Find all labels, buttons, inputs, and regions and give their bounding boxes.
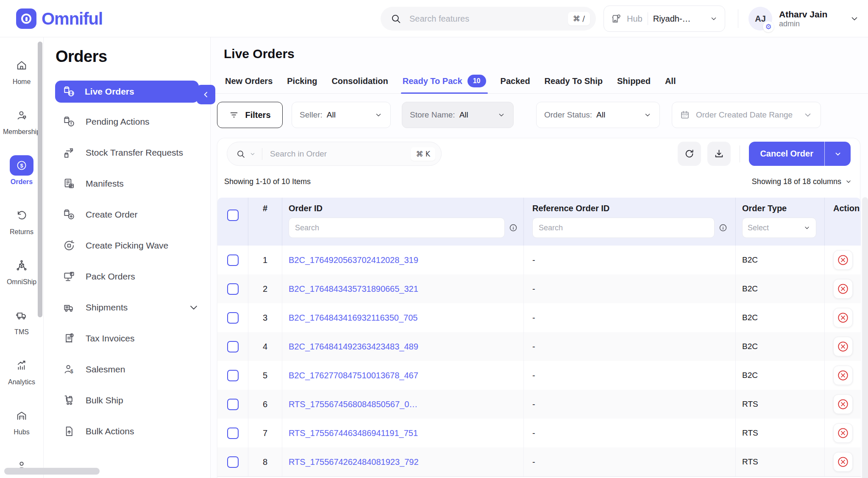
info-icon[interactable] xyxy=(718,223,728,232)
cancel-row-button[interactable] xyxy=(833,337,853,356)
cancel-order-button[interactable]: Cancel Order xyxy=(749,142,824,166)
sidebar-item-shipments[interactable]: Shipments xyxy=(44,292,210,323)
search-features-input[interactable] xyxy=(409,14,568,24)
row-checkbox[interactable] xyxy=(227,456,239,468)
tax-invoice-icon xyxy=(63,332,75,345)
user-menu[interactable]: AJ ⚙ Atharv Jain admin xyxy=(748,6,860,31)
order-id-link[interactable]: B2C_1764843435731890665_321 xyxy=(289,284,418,294)
info-icon[interactable] xyxy=(509,223,518,232)
sidebar-item-live-orders[interactable]: Live Orders xyxy=(55,81,199,103)
tab-ready-to-ship[interactable]: Ready To Ship xyxy=(545,75,603,93)
cancel-circle-icon xyxy=(837,340,849,353)
sidebar-item-create-picking-wave[interactable]: Create Picking Wave xyxy=(44,230,210,261)
cancel-row-button[interactable] xyxy=(833,250,853,270)
select-all-checkbox[interactable] xyxy=(227,210,239,221)
seller-filter-dropdown[interactable]: Seller: All xyxy=(292,102,391,128)
tab-consolidation[interactable]: Consolidation xyxy=(331,75,388,93)
order-type: B2C xyxy=(736,332,825,361)
order-status-filter-dropdown[interactable]: Order Status: All xyxy=(536,102,660,128)
row-checkbox[interactable] xyxy=(227,283,239,295)
tab-ready-to-pack[interactable]: Ready To Pack 10 xyxy=(403,75,486,93)
rail-item-membership[interactable]: Membership xyxy=(0,98,43,148)
sidebar-item-manifests[interactable]: Manifests xyxy=(44,168,210,199)
rail-item-orders[interactable]: Orders xyxy=(0,148,43,198)
sidebar-item-bulk-actions[interactable]: Bulk Actions xyxy=(44,416,210,447)
columns-selector[interactable]: Showing 18 of 18 columns xyxy=(752,177,852,186)
cancel-row-button[interactable] xyxy=(833,308,853,327)
table-row: 4 B2C_1764841492363423483_489 - B2C xyxy=(217,332,861,361)
tab-shipped[interactable]: Shipped xyxy=(617,75,651,93)
sidebar-item-tax-invoices[interactable]: Tax Invoices xyxy=(44,323,210,354)
filter-icon xyxy=(229,110,239,120)
order-id-link[interactable]: B2C_1762770847510013678_467 xyxy=(289,371,418,380)
order-search-box[interactable]: ⌘ K xyxy=(227,142,442,166)
rail-item-hubs[interactable]: Hubs xyxy=(0,398,43,448)
date-range-filter[interactable]: Order Created Date Range xyxy=(672,102,821,128)
sidebar-collapse-button[interactable] xyxy=(197,85,215,104)
reference-order-id: - xyxy=(524,361,736,390)
store-name-filter-dropdown[interactable]: Store Name: All xyxy=(402,102,514,128)
top-header: Omniful ⌘ / Hub Riyadh-… AJ ⚙ Atharv Jai… xyxy=(0,0,868,37)
brand-logo[interactable]: Omniful xyxy=(16,8,103,29)
header-reference-cell: Reference Order ID xyxy=(524,198,736,246)
table-body: 1 B2C_1764920563702412028_319 - B2C 2 B2… xyxy=(217,246,861,476)
rail-item-home[interactable]: Home xyxy=(0,48,43,98)
search-in-order-input[interactable] xyxy=(270,149,407,159)
table-row: 7 RTS_1755674463486941191_751 - RTS xyxy=(217,419,861,447)
cancel-row-button[interactable] xyxy=(833,452,853,472)
cancel-row-button[interactable] xyxy=(833,279,853,299)
sidebar-item-stock-transfer-requests[interactable]: Stock Transfer Requests xyxy=(44,137,210,168)
table-row: 6 RTS_1755674568084850567_0… - RTS xyxy=(217,390,861,419)
tab-all[interactable]: All xyxy=(665,75,676,93)
tab-picking[interactable]: Picking xyxy=(287,75,317,93)
order-type-select[interactable]: Select xyxy=(742,218,816,238)
order-id-link[interactable]: B2C_1764843416932116350_705 xyxy=(289,313,417,323)
filters-button[interactable]: Filters xyxy=(217,102,283,128)
order-id-link[interactable]: B2C_1764841492363423483_489 xyxy=(289,342,418,352)
row-checkbox[interactable] xyxy=(227,370,239,381)
horizontal-scrollbar[interactable] xyxy=(4,468,100,475)
hub-selector[interactable]: Hub Riyadh-… xyxy=(604,6,725,32)
global-search[interactable]: ⌘ / xyxy=(381,7,596,31)
order-id-link[interactable]: B2C_1764920563702412028_319 xyxy=(289,255,418,265)
download-button[interactable] xyxy=(707,142,731,166)
refresh-icon xyxy=(684,148,695,159)
rail-item-tms[interactable]: TMS xyxy=(0,298,43,348)
reference-order-id-search-input[interactable] xyxy=(532,218,715,238)
cancel-circle-icon xyxy=(837,369,849,382)
row-checkbox[interactable] xyxy=(227,312,239,324)
sidebar-item-pack-orders[interactable]: Pack Orders xyxy=(44,261,210,292)
cancel-order-split-button: Cancel Order xyxy=(749,142,851,166)
cancel-row-button[interactable] xyxy=(833,394,853,414)
refresh-button[interactable] xyxy=(678,142,701,166)
table-vertical-scrollbar[interactable] xyxy=(862,197,868,478)
row-number: 5 xyxy=(248,361,282,390)
sidebar-item-bulk-ship[interactable]: Bulk Ship xyxy=(44,385,210,416)
cancel-row-button[interactable] xyxy=(833,366,853,385)
order-id-link[interactable]: RTS_1755674262484081923_792 xyxy=(289,457,419,467)
header-checkbox-cell xyxy=(217,198,248,246)
chevron-down-icon xyxy=(834,150,842,158)
rail-item-omniship[interactable]: OmniShip xyxy=(0,248,43,298)
order-id-link[interactable]: RTS_1755674463486941191_751 xyxy=(289,428,418,438)
picking-wave-icon xyxy=(63,239,75,252)
cancel-order-dropdown-button[interactable] xyxy=(824,142,851,166)
rail-item-returns[interactable]: Returns xyxy=(0,198,43,248)
tab-new-orders[interactable]: New Orders xyxy=(225,75,273,93)
tab-packed[interactable]: Packed xyxy=(501,75,530,93)
row-checkbox[interactable] xyxy=(227,254,239,266)
row-checkbox[interactable] xyxy=(227,399,239,410)
chevron-down-icon[interactable] xyxy=(249,151,256,157)
order-id-search-input[interactable] xyxy=(289,218,505,238)
sidebar-item-salesmen[interactable]: Salesmen xyxy=(44,354,210,385)
row-checkbox[interactable] xyxy=(227,428,239,439)
order-id-link[interactable]: RTS_1755674568084850567_0… xyxy=(289,400,417,409)
sidebar-item-create-order[interactable]: Create Order xyxy=(44,199,210,230)
header-order-type-cell: Order Type Select xyxy=(736,198,825,246)
cancel-row-button[interactable] xyxy=(833,423,853,443)
row-checkbox[interactable] xyxy=(227,341,239,352)
rail-scrollbar[interactable] xyxy=(38,42,42,317)
search-divider xyxy=(262,148,262,160)
sidebar-item-pending-actions[interactable]: Pending Actions xyxy=(44,106,210,137)
rail-item-analytics[interactable]: Analytics xyxy=(0,348,43,398)
